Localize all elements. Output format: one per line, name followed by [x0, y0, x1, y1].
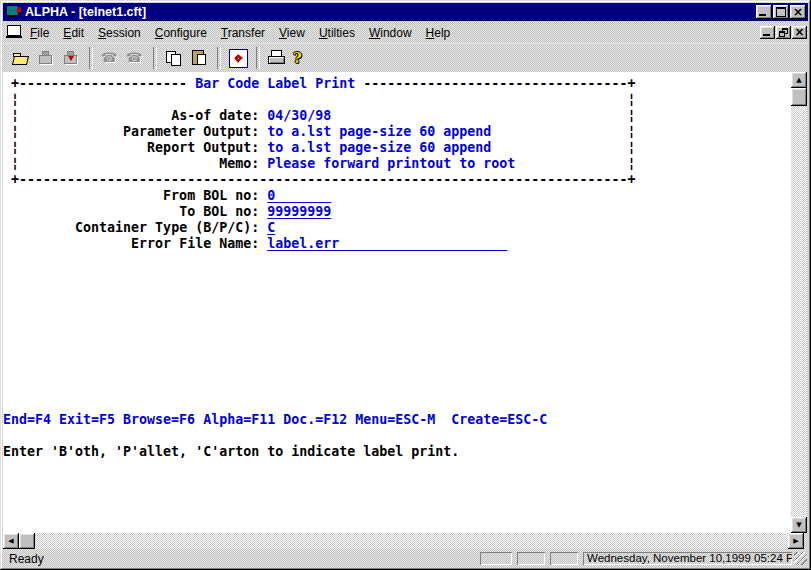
terminal-text	[3, 220, 75, 235]
vertical-scroll-thumb[interactable]	[791, 88, 807, 106]
terminal-text	[19, 124, 123, 139]
function-key-bar: End=F4 Exit=F5 Browse=F6 Alpha=F11 Doc.=…	[3, 412, 547, 427]
title-bar[interactable]: ALPHA - [telnet1.cft] ×	[3, 3, 808, 21]
terminal-line	[3, 476, 791, 492]
terminal-text	[19, 108, 171, 123]
terminal-line: +---------------------------------------…	[3, 172, 791, 188]
status-message: Ready	[9, 552, 475, 566]
terminal-text: Memo:	[219, 156, 267, 171]
terminal-text: +	[627, 76, 635, 91]
phone-disconnect-icon: ☎	[126, 50, 144, 66]
error-file-field[interactable]: label.err	[267, 236, 507, 251]
menu-item-edit[interactable]: Edit	[63, 26, 84, 40]
terminal-text: As-of date:	[171, 108, 267, 123]
maximize-icon	[776, 7, 786, 17]
toolbar-separator	[89, 47, 93, 69]
vertical-scrollbar[interactable]: ▲ ▼	[791, 72, 807, 533]
scroll-down-icon: ▼	[796, 521, 801, 529]
receive-file-button[interactable]	[59, 46, 83, 70]
terminal-screen: +--------------------- Bar Code Label Pr…	[3, 72, 791, 537]
resize-grip[interactable]	[794, 552, 807, 565]
restore-icon	[779, 28, 788, 37]
help-button[interactable]: ?	[290, 46, 314, 70]
scroll-up-icon: ▲	[796, 76, 801, 84]
menu-item-window[interactable]: Window	[369, 26, 412, 40]
close-icon: ×	[793, 7, 803, 17]
application-window: ALPHA - [telnet1.cft] × FileEditSessionC…	[0, 0, 811, 570]
terminal-line	[3, 428, 791, 444]
phone-connect-icon: ☎	[101, 50, 119, 66]
terminal-text: +	[3, 76, 19, 91]
menu-bar: FileEditSessionConfigureTransferViewUtil…	[3, 22, 808, 42]
close-button[interactable]: ×	[790, 5, 806, 19]
copy-button[interactable]	[162, 46, 186, 70]
terminal-line	[3, 364, 791, 380]
terminal-text	[3, 204, 179, 219]
terminal-line	[3, 268, 791, 284]
scroll-right-button[interactable]: ▶	[788, 533, 804, 549]
scroll-left-button[interactable]: ◀	[3, 533, 19, 549]
scroll-left-icon: ◀	[8, 537, 13, 545]
terminal-text: Error File Name:	[131, 236, 267, 251]
expand-screen-button[interactable]	[226, 46, 250, 70]
send-file-icon	[37, 50, 55, 66]
toolbar-separator	[217, 47, 221, 69]
terminal-text: ¦	[627, 156, 635, 171]
terminal-text: ¦	[627, 108, 635, 123]
toolbar: ☎☎?	[3, 43, 808, 72]
print-button[interactable]	[265, 46, 289, 70]
terminal-line	[3, 380, 791, 396]
terminal-line	[3, 396, 791, 412]
from-bol-field[interactable]: 0	[267, 188, 331, 203]
horizontal-scrollbar[interactable]: ◀ ▶	[3, 533, 804, 549]
terminal-line: ¦ Memo: Please forward printout to root …	[3, 156, 791, 172]
mdi-minimize-button[interactable]	[760, 26, 775, 39]
menu-item-utilties[interactable]: Utilties	[319, 26, 355, 40]
horizontal-scroll-thumb[interactable]	[19, 533, 35, 549]
terminal-line: ¦ Report Output: to a.lst page-size 60 a…	[3, 140, 791, 156]
menu-item-session[interactable]: Session	[98, 26, 141, 40]
mdi-close-button[interactable]: ×	[792, 26, 807, 39]
terminal-line: Error File Name: label.err	[3, 236, 791, 252]
open-folder-button[interactable]	[9, 46, 33, 70]
phone-disconnect-button: ☎	[123, 46, 147, 70]
menu-item-help[interactable]: Help	[426, 26, 451, 40]
terminal-line	[3, 508, 791, 524]
menu-item-transfer[interactable]: Transfer	[221, 26, 265, 40]
terminal-text	[331, 108, 627, 123]
terminal-line	[3, 284, 791, 300]
report-output-value: to a.lst page-size 60 append	[267, 140, 491, 155]
minimize-button[interactable]	[756, 5, 772, 19]
terminal-line: ¦ As-of date: 04/30/98 ¦	[3, 108, 791, 124]
mdi-window-controls: ×	[759, 26, 807, 39]
receive-file-icon	[62, 50, 80, 66]
to-bol-field[interactable]: 99999999	[267, 204, 331, 219]
terminal-line: End=F4 Exit=F5 Browse=F6 Alpha=F11 Doc.=…	[3, 412, 791, 428]
menu-item-view[interactable]: View	[279, 26, 305, 40]
parameter-output-value: to a.lst page-size 60 append	[267, 124, 491, 139]
scroll-down-button[interactable]: ▼	[791, 517, 807, 533]
menu-item-configure[interactable]: Configure	[155, 26, 207, 40]
print-icon	[268, 50, 286, 66]
terminal-line	[3, 332, 791, 348]
menu-item-file[interactable]: File	[30, 26, 49, 40]
terminal-text	[3, 236, 131, 251]
mdi-restore-button[interactable]	[776, 26, 791, 39]
app-icon[interactable]	[5, 5, 21, 19]
terminal-text: +	[627, 172, 635, 187]
paste-button[interactable]	[187, 46, 211, 70]
maximize-button[interactable]	[773, 5, 789, 19]
expand-screen-icon	[229, 49, 248, 68]
terminal-text	[19, 92, 627, 107]
open-folder-icon	[12, 50, 30, 66]
container-type-field[interactable]: C	[267, 220, 275, 235]
terminal-line: Container Type (B/P/C): C	[3, 220, 791, 236]
terminal-text: Report Output:	[147, 140, 267, 155]
terminal-text: ¦	[3, 92, 19, 107]
scroll-up-button[interactable]: ▲	[791, 72, 807, 88]
toolbar-separator	[153, 47, 157, 69]
phone-connect-button: ☎	[98, 46, 122, 70]
document-system-menu-icon[interactable]	[6, 25, 23, 39]
terminal-line: Enter 'B'oth, 'P'allet, 'C'arton to indi…	[3, 444, 791, 460]
terminal-text: ¦	[627, 140, 635, 155]
